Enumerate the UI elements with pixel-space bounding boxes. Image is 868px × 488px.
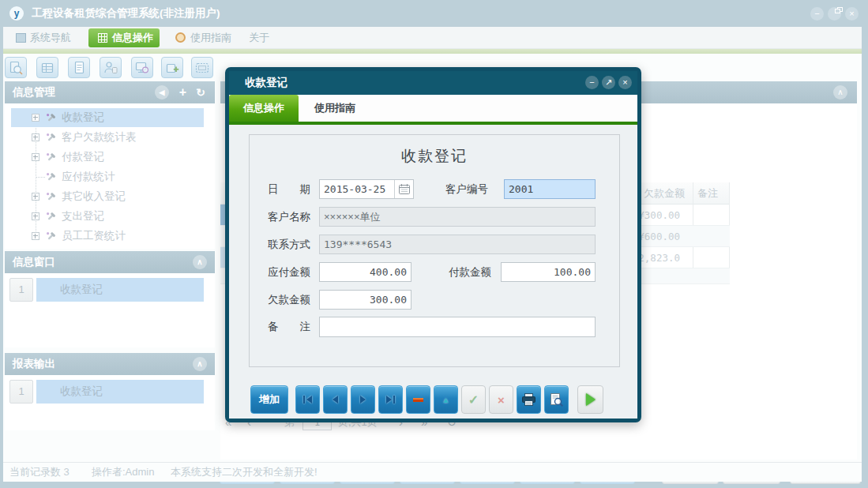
payment-input[interactable] [501,262,596,282]
last-record-button[interactable] [378,385,403,414]
date-label: 日 期 [268,179,310,199]
system-nav-icon [16,33,26,43]
panel-refresh-button[interactable]: ↻ [196,81,205,103]
next-record-button[interactable] [351,385,375,414]
toolbar-card-button[interactable] [191,57,213,78]
dialog-minimize-button[interactable]: − [585,76,599,89]
report-output-body: 1 收款登记 [5,375,215,430]
dialog-close-button[interactable]: × [618,76,632,89]
cross-icon: × [498,393,505,407]
tree-item-salary-stats[interactable]: 员工工资统计 [11,227,204,246]
payable-input[interactable] [319,262,411,282]
customer-id-input[interactable] [504,179,596,199]
expand-icon[interactable] [32,133,39,141]
date-input[interactable] [320,180,394,198]
cancel-button[interactable]: × [489,385,513,414]
dialog-titlebar[interactable]: 收款登记 − ↗ × [229,71,637,95]
column-header-note[interactable]: 备注 [697,182,718,205]
tool-icon [46,231,56,245]
remark-input[interactable] [319,317,596,337]
operator-label: 操作者:Admin [92,463,154,482]
window-restore-button[interactable] [828,7,841,21]
tree-item-expense-register[interactable]: 支出登记 [11,207,204,226]
dialog-title: 收款登记 [245,71,287,95]
dialog-content: 收款登记 日 期 客户编号 客户名称 联系方式 应付金额 [229,125,637,419]
tool-icon [46,211,56,225]
debt-input[interactable] [319,290,411,310]
report-output-item[interactable]: 收款登记 [36,380,204,404]
toolbar-search-button[interactable] [5,57,27,78]
customer-id-label: 客户编号 [445,179,488,199]
customer-name-label: 客户名称 [268,207,310,227]
print-button[interactable] [517,385,541,414]
document-icon [71,60,87,76]
calendar-icon [399,184,410,194]
dialog-tab-guide[interactable]: 使用指南 [299,95,371,122]
tree-item-customer-debt-stats[interactable]: 客户欠款统计表 [11,128,204,147]
window-close-button[interactable]: × [845,7,859,21]
toolbar-export-button[interactable] [161,57,183,78]
panel-add-button[interactable]: + [179,81,186,103]
status-message: 本系统支持二次开发和全新开发! [171,463,318,482]
menu-item-about[interactable]: 关于 [249,27,269,49]
dialog-maximize-button[interactable]: ↗ [602,76,615,89]
toolbar-grid-button[interactable] [36,57,58,78]
date-field[interactable] [319,179,414,199]
delete-record-button[interactable] [406,385,430,414]
tree-item-payment-register[interactable]: 付款登记 [11,148,204,167]
expand-icon[interactable] [32,193,39,201]
prev-record-icon [333,396,338,404]
panel-collapse-button[interactable]: ∧ [193,255,207,269]
play-icon [586,393,596,406]
tree-item-label: 支出登记 [62,207,104,226]
panel-collapse-button[interactable]: ∧ [833,85,847,99]
tool-icon [46,171,56,186]
window-minimize-button[interactable]: − [810,7,824,21]
panel-collapse-button[interactable]: ∧ [193,357,207,371]
menu-item-info-operation[interactable]: 信息操作 [88,28,160,47]
customer-name-input[interactable] [319,207,596,227]
toolbar-window-preview-button[interactable] [131,57,153,78]
panel-header-info-mgmt: 信息管理 ◀ + ↻ [5,81,215,103]
dialog-tab-info-operation[interactable]: 信息操作 [229,95,299,122]
expand-icon[interactable] [32,114,39,122]
print-preview-icon [550,393,563,407]
menu-item-system-nav[interactable]: 系统导航 [30,27,71,49]
print-preview-button[interactable] [544,385,569,414]
post-button[interactable]: ✓ [461,385,486,414]
panel-collapse-left-button[interactable]: ◀ [155,85,169,99]
edit-icon: ▲ [442,396,450,404]
user-icon [103,60,118,76]
accent-divider [3,49,862,54]
record-count-label: 当前记录数 3 [9,463,70,482]
tree-item-other-income[interactable]: 其它收入登记 [11,187,204,206]
application-window: y 工程设备租赁综合管理系统(非注册用户) − × 系统导航 信息操作 使用指南… [0,0,868,488]
calendar-button[interactable] [394,180,413,198]
tree-panel-body: 收款登记 客户欠款统计表 付款登记 应付款统计 其它收入登记 [5,103,215,249]
menu-item-guide[interactable]: 使用指南 [190,27,231,49]
remark-label: 备 注 [268,317,310,336]
panel-header-info-window: 信息窗口 ∧ [5,251,215,273]
toolbar-document-button[interactable] [68,57,90,78]
tree-item-payable-stats[interactable]: 应付款统计 [11,167,204,186]
expand-icon[interactable] [32,232,39,240]
edit-record-button[interactable]: ▲ [434,385,458,414]
card-print-icon [194,60,210,76]
first-record-button[interactable] [295,385,320,414]
main-titlebar: y 工程设备租赁综合管理系统(非注册用户) − × [0,0,868,27]
expand-icon[interactable] [32,153,39,161]
tree-item-receipt-register[interactable]: 收款登记 [11,108,204,127]
contact-input[interactable] [319,235,596,254]
toolbar-user-button[interactable] [100,57,122,78]
tool-icon [46,191,56,205]
monitor-search-icon [134,60,150,76]
dialog-tabbar: 信息操作 使用指南 [229,95,637,122]
prev-record-button[interactable] [323,385,348,414]
tree-leaf-line [36,177,45,178]
expand-icon[interactable] [32,212,39,220]
run-button[interactable] [577,385,603,414]
tool-icon [46,152,56,166]
info-window-item[interactable]: 收款登记 [36,278,204,302]
column-header-debt[interactable]: 欠款金额 [644,182,685,205]
add-button[interactable]: 增加 [250,385,288,414]
